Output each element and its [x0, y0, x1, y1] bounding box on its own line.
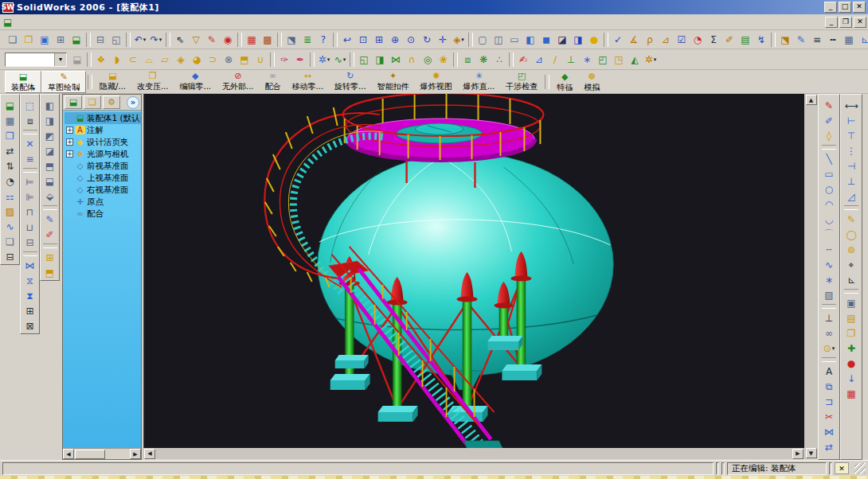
- status-close-icon[interactable]: ✕: [835, 462, 849, 474]
- rebuild-button[interactable]: ◉: [220, 32, 236, 48]
- extrude-cut-button[interactable]: ◈: [173, 52, 189, 68]
- chamfer-dimension-button[interactable]: ◿: [843, 189, 859, 204]
- ordinate-dimension-button[interactable]: ⋮: [843, 143, 859, 158]
- panel-expand-chevron[interactable]: »: [127, 96, 139, 109]
- pan-button[interactable]: ✛: [435, 32, 451, 48]
- zoom-in-out-button[interactable]: ⊕: [387, 32, 403, 48]
- combobox-dropdown-icon[interactable]: ▾: [54, 53, 66, 66]
- image-button[interactable]: ▨: [2, 204, 18, 219]
- sweep-cut-button[interactable]: ⊃: [205, 52, 221, 68]
- align-flush-button[interactable]: ≡: [22, 151, 38, 166]
- tree-scroll-left-icon[interactable]: ◀: [63, 449, 74, 459]
- menu-file[interactable]: [17, 21, 28, 24]
- component-preview-button[interactable]: ⬒: [42, 265, 58, 280]
- dropdown-arrow-icon[interactable]: ▾: [832, 345, 835, 352]
- graphics-viewport[interactable]: [143, 94, 804, 448]
- invert-selection-button[interactable]: ✕: [22, 136, 38, 151]
- bottom-view-button[interactable]: ⬓: [42, 173, 58, 189]
- align-top-button[interactable]: ⊓: [22, 204, 38, 220]
- chamfer-button[interactable]: ✒: [292, 52, 308, 68]
- note-button[interactable]: ✎: [843, 212, 859, 227]
- edit-part-button[interactable]: ◆ 编辑零...: [174, 71, 217, 93]
- dropdown-arrow-icon[interactable]: ▾: [343, 56, 346, 63]
- shaded-button[interactable]: ◼: [538, 32, 554, 48]
- document-menu-icon[interactable]: ⬓: [3, 17, 12, 28]
- check-sketch-button[interactable]: ✐: [721, 32, 737, 48]
- rib-button[interactable]: ◱: [356, 52, 372, 68]
- exploded-view-button[interactable]: ✺ 爆炸视图: [415, 71, 458, 93]
- animation-button[interactable]: ∿: [2, 219, 18, 234]
- blocks-button[interactable]: ⚏: [2, 189, 18, 204]
- mdi-restore-button[interactable]: ❐: [839, 17, 852, 28]
- zoom-to-area-button[interactable]: ⊞: [371, 32, 387, 48]
- sketch-tab[interactable]: ✎ 草图绘制 ▾: [41, 71, 86, 93]
- align-left-button[interactable]: ⊨: [22, 174, 38, 189]
- texture-button[interactable]: ▩: [260, 32, 276, 48]
- coordinate-system-button[interactable]: ⊥: [563, 52, 579, 68]
- hidden-lines-removed-button[interactable]: ▭: [506, 32, 522, 48]
- simulation-tab[interactable]: ❁ 模拟 ▾: [578, 71, 605, 93]
- open-button[interactable]: ❐: [21, 32, 37, 48]
- move-entities-button[interactable]: ⇄: [821, 439, 837, 454]
- hatch-button[interactable]: ▨: [821, 287, 837, 302]
- curves-button[interactable]: ∿▾: [332, 52, 348, 68]
- features-tab[interactable]: ◆ 特征 ▾: [551, 71, 578, 93]
- tree-expand-toggle[interactable]: +: [66, 127, 73, 134]
- edit-color-button[interactable]: ▦: [244, 32, 260, 48]
- mdi-minimize-button[interactable]: _: [825, 17, 838, 28]
- sketch-driven-pattern-button[interactable]: ∴: [491, 52, 507, 68]
- reload-button[interactable]: ⇄: [2, 143, 18, 158]
- document-combobox[interactable]: ▾: [5, 53, 67, 67]
- back-view-button[interactable]: ◨: [42, 113, 58, 128]
- geometric-tolerance-button[interactable]: ⌖: [843, 257, 859, 272]
- left-view-button[interactable]: ◩: [42, 128, 58, 143]
- three-point-arc-button[interactable]: ⌒: [821, 227, 837, 242]
- circular-pattern-button[interactable]: ❋: [475, 52, 491, 68]
- zoom-to-fit-button[interactable]: ⊡: [355, 32, 371, 48]
- hidden-lines-visible-button[interactable]: ◫: [491, 32, 506, 48]
- horizontal-dimension-button[interactable]: ⊢: [843, 113, 859, 128]
- section-properties-button[interactable]: ⊿: [658, 32, 674, 48]
- mirror-feature-button[interactable]: ⋈: [388, 52, 404, 68]
- redo-button[interactable]: ↷▾: [148, 32, 164, 48]
- replace-components-button[interactable]: ⇅: [2, 158, 18, 173]
- menu-help[interactable]: [84, 21, 95, 24]
- rotate-view-button[interactable]: ↻: [419, 32, 435, 48]
- propertymanager-tab[interactable]: ❏: [84, 95, 101, 109]
- revolve-cut-button[interactable]: ◕: [189, 52, 205, 68]
- export-button[interactable]: ❏: [2, 234, 18, 249]
- move-component-button[interactable]: ↔ 移动零...: [287, 71, 330, 93]
- edit-scene-button[interactable]: ▤: [843, 310, 859, 325]
- centerpoint-arc-button[interactable]: ◠: [821, 197, 837, 212]
- align-bottom-button[interactable]: ⊔: [22, 220, 38, 235]
- tree-item-assembly-root[interactable]: ⬓ 装配体1 (默认<显: [65, 112, 141, 124]
- open-scene-button[interactable]: ❐: [843, 325, 859, 341]
- distribute-horizontal-button[interactable]: ⋈: [22, 258, 38, 273]
- dropdown-arrow-icon[interactable]: ▾: [654, 56, 657, 63]
- loft-boss-button[interactable]: ⌓: [141, 52, 157, 68]
- options-button[interactable]: ⬔: [283, 32, 299, 48]
- edit-sketch-button[interactable]: ✎: [42, 212, 58, 227]
- sketch-picture-button[interactable]: ✐: [42, 227, 58, 242]
- 3d-model-canvas[interactable]: [144, 94, 804, 448]
- plane-button[interactable]: ⊿: [531, 52, 547, 68]
- tree-expand-toggle[interactable]: +: [66, 150, 73, 158]
- save-button[interactable]: ▣: [37, 32, 53, 48]
- sketch-snaps-button[interactable]: ⊥: [821, 310, 837, 325]
- spell-check-button[interactable]: ✓: [610, 32, 626, 48]
- sketch-button[interactable]: ✎: [821, 98, 837, 113]
- linear-pattern-button[interactable]: ⧈: [459, 52, 475, 68]
- measure-button[interactable]: ∡: [626, 32, 642, 48]
- check-button[interactable]: ☑: [674, 32, 690, 48]
- design-library-button[interactable]: ⬓: [2, 98, 18, 113]
- tree-scroll-right-icon[interactable]: ▶: [130, 449, 141, 459]
- balloon-button[interactable]: ◯: [843, 227, 859, 242]
- dropdown-arrow-icon[interactable]: ▾: [597, 86, 600, 92]
- previous-view-button[interactable]: ↩: [339, 32, 355, 48]
- shadows-in-shaded-button[interactable]: ◪: [554, 32, 570, 48]
- viewport-scroll-left-icon[interactable]: ◀: [144, 449, 155, 459]
- dropdown-arrow-icon[interactable]: ▾: [76, 86, 80, 92]
- point-button[interactable]: ∗: [821, 272, 837, 287]
- vertical-dimension-button[interactable]: ⊤: [843, 128, 859, 143]
- lasso-select-button[interactable]: ⧈: [22, 113, 38, 128]
